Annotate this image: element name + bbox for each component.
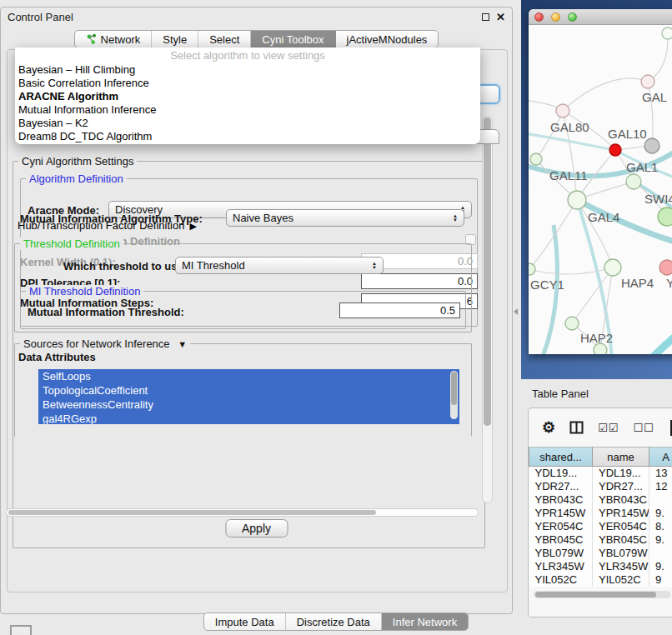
node-label-gal4: GAL4 — [588, 210, 619, 224]
table-row[interactable]: YDL19...YDL19...13 — [529, 467, 672, 480]
split-divider-handle[interactable] — [514, 308, 518, 315]
sources-expander[interactable]: Sources for Network Inference ▼ — [20, 338, 190, 350]
table-row[interactable]: YBR043CYBR043C — [529, 493, 672, 507]
which-threshold-combo[interactable]: MI Threshold ▲▼ — [175, 257, 384, 274]
apply-button[interactable]: Apply — [225, 519, 288, 538]
mi-algorithm-type-combo[interactable]: Naive Bayes ▲▼ — [226, 209, 464, 227]
expander-collapsed-icon: ▶ — [189, 221, 196, 232]
bottom-tab-impute-data[interactable]: Impute Data — [204, 613, 286, 630]
algorithm-option-mutual-information-inference[interactable]: Mutual Information Inference — [15, 103, 480, 117]
algorithm-option-bayesian-k2[interactable]: Bayesian – K2 — [15, 117, 480, 130]
attribute-item-topologicalcoefficient[interactable]: TopologicalCoefficient — [38, 383, 459, 398]
threshold-definition-group: Threshold Definition Which threshold to … — [14, 243, 472, 332]
tab-network[interactable]: Network — [75, 31, 153, 48]
table-row[interactable]: YBL079WYBL079W — [529, 547, 672, 560]
network-node[interactable] — [644, 138, 659, 153]
network-node-gal[interactable] — [641, 75, 654, 88]
table-row[interactable]: YBR045CYBR045C9. — [529, 533, 672, 547]
network-node-swi4[interactable] — [658, 208, 672, 226]
algorithm-option-basic-correlation-inference[interactable]: Basic Correlation Inference — [15, 77, 480, 90]
mi-threshold-field[interactable]: 0.5 — [339, 302, 460, 318]
tab-label: Style — [163, 33, 187, 46]
tab-label: Impute Data — [215, 616, 274, 628]
node-attribute-table[interactable]: shared...nameA YDL19...YDL19...13YDR27..… — [529, 447, 672, 587]
tab-jactivemnodules[interactable]: jActiveMNodules — [336, 31, 439, 48]
network-edge[interactable] — [529, 268, 613, 274]
network-canvas[interactable]: GALGAL80GAL10GAL1GAL11SWI4GAL4GCY1HAP4YH… — [529, 25, 672, 354]
attributes-list-scrollbar[interactable] — [450, 371, 458, 419]
tab-label: Infer Network — [393, 616, 457, 628]
tab-label: jActiveMNodules — [347, 33, 428, 46]
algorithm-option-bayesian-hill-climbing[interactable]: Bayesian – Hill Climbing — [15, 63, 480, 77]
hub-expander-label: Hub/Transcription Factor Definition — [18, 219, 184, 232]
column-layout-icon[interactable] — [569, 421, 584, 434]
table-panel-title: Table Panel — [521, 379, 672, 400]
tab-style[interactable]: Style — [152, 31, 198, 48]
network-node[interactable] — [662, 28, 672, 39]
mi-algorithm-type-value: Naive Bayes — [233, 212, 293, 224]
attribute-item-gal4rgexp[interactable]: gal4RGexp — [38, 412, 459, 424]
network-node-hap4[interactable] — [604, 259, 621, 276]
network-node-gal1[interactable] — [626, 174, 641, 189]
float-panel-icon[interactable] — [482, 13, 489, 21]
gear-icon[interactable]: ⚙ — [542, 420, 555, 435]
network-node-gal11[interactable] — [530, 153, 542, 165]
network-edge[interactable] — [529, 133, 615, 150]
minimized-panel-icon[interactable] — [10, 625, 32, 635]
network-edge[interactable] — [648, 33, 668, 82]
table-row[interactable]: YDR27...YDR27...12 — [529, 480, 672, 493]
table-row[interactable]: YIL052CYIL052C9 — [529, 573, 672, 587]
settings-vertical-scrollbar[interactable] — [482, 116, 493, 503]
table-cell: 12 — [649, 480, 672, 493]
tab-label: Cyni Toolbox — [262, 33, 323, 46]
attribute-item-betweennesscentrality[interactable]: BetweennessCentrality — [38, 398, 459, 412]
table-panel-body: ⚙ ☑☑ ☐☐ shared...nameA YDL19...YDL19...1… — [528, 408, 672, 618]
table-row[interactable]: YER054CYER054C8. — [529, 520, 672, 533]
algorithm-option-aracne-algorithm[interactable]: ARACNE Algorithm — [15, 90, 480, 103]
mi-threshold-definition-group: MI Threshold Definition Mutual Informati… — [20, 291, 466, 329]
close-panel-icon[interactable]: ✕ — [496, 12, 505, 22]
algorithm-dropdown-placeholder: Select algorithm to view settings — [15, 49, 480, 63]
tab-select[interactable]: Select — [198, 31, 251, 48]
network-edge[interactable] — [652, 330, 672, 354]
network-node-y[interactable] — [659, 260, 672, 275]
tab-cyni-toolbox[interactable]: Cyni Toolbox — [251, 31, 335, 48]
tab-label: Select — [209, 33, 239, 46]
table-row[interactable]: YLR345WYLR345W9. — [529, 560, 672, 573]
column-header-name[interactable]: name — [593, 448, 649, 467]
network-node[interactable] — [594, 343, 607, 354]
column-header-shared[interactable]: shared... — [529, 448, 593, 467]
window-minimize-button[interactable] — [551, 12, 560, 22]
table-horizontal-scrollbar[interactable] — [534, 591, 671, 598]
unchecked-columns-icon[interactable]: ☐☐ — [633, 422, 654, 434]
table-cell: YDR27... — [593, 480, 649, 493]
which-threshold-value: MI Threshold — [182, 259, 245, 272]
window-close-button[interactable] — [534, 12, 544, 22]
window-zoom-button[interactable] — [568, 12, 577, 22]
network-edge[interactable] — [563, 78, 648, 111]
table-cell: YER054C — [593, 520, 649, 533]
inference-algorithm-combo-fragment[interactable] — [477, 84, 500, 104]
settings-horizontal-scrollbar[interactable] — [6, 508, 479, 517]
table-cell: YLR345W — [529, 560, 593, 573]
network-node-gcy1[interactable] — [529, 263, 535, 275]
table-cell: YBR045C — [529, 533, 593, 547]
network-node-hap2[interactable] — [565, 317, 579, 330]
combo-arrows-icon: ▲▼ — [453, 214, 458, 222]
column-header-a[interactable]: A — [649, 448, 672, 467]
bottom-tab-infer-network[interactable]: Infer Network — [382, 613, 468, 630]
checked-columns-icon[interactable]: ☑☑ — [598, 422, 619, 434]
attribute-item-selfloops[interactable]: SelfLoops — [38, 369, 459, 383]
network-node-gal4[interactable] — [568, 191, 586, 209]
hub-transcription-expander[interactable]: Hub/Transcription Factor Definition▶ — [18, 219, 197, 232]
network-node-gal10[interactable] — [609, 144, 621, 156]
bottom-tab-discretize-data[interactable]: Discretize Data — [286, 613, 382, 630]
algorithm-definition-title: Algorithm Definition — [26, 172, 127, 185]
control-panel-titlebar: Control Panel ✕ — [1, 8, 512, 27]
table-cell: 9. — [649, 507, 672, 520]
table-cell: 13 — [649, 467, 672, 480]
network-node-gal80[interactable] — [556, 104, 569, 118]
algorithm-option-dream8-dc-tdc-algorithm[interactable]: Dream8 DC_TDC Algorithm — [15, 130, 480, 143]
data-attributes-list[interactable]: SelfLoopsTopologicalCoefficientBetweenne… — [38, 369, 459, 424]
table-row[interactable]: YPR145WYPR145W9. — [529, 507, 672, 520]
